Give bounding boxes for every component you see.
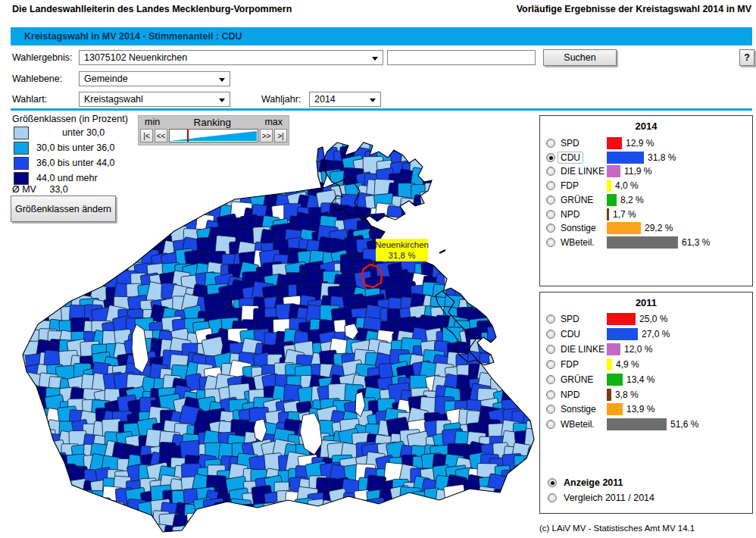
- municipality-cell[interactable]: [480, 139, 499, 154]
- municipality-cell[interactable]: [17, 227, 34, 244]
- municipality-cell[interactable]: [17, 320, 33, 336]
- municipality-cell[interactable]: [526, 294, 538, 314]
- municipality-cell[interactable]: [466, 253, 484, 271]
- municipality-cell[interactable]: [528, 480, 538, 496]
- municipality-cell[interactable]: [455, 240, 474, 259]
- municipality-cell[interactable]: [95, 139, 113, 142]
- municipality-cell[interactable]: [104, 208, 120, 224]
- municipality-cell[interactable]: [61, 195, 79, 213]
- municipality-cell[interactable]: [34, 524, 54, 533]
- municipality-cell[interactable]: [15, 239, 21, 257]
- municipality-cell[interactable]: [15, 308, 19, 324]
- party-label[interactable]: FDP: [561, 359, 579, 370]
- municipality-cell[interactable]: [208, 139, 228, 155]
- party-label[interactable]: CDU: [561, 329, 580, 339]
- municipality-cell[interactable]: [33, 270, 57, 294]
- municipality-cell[interactable]: [513, 344, 530, 361]
- municipality-cell[interactable]: [501, 159, 518, 177]
- municipality-cell[interactable]: [181, 169, 200, 188]
- municipality-cell[interactable]: [502, 183, 517, 197]
- municipality-cell[interactable]: [105, 522, 123, 533]
- municipality-cell[interactable]: [502, 374, 520, 393]
- municipality-cell[interactable]: [432, 501, 448, 518]
- municipality-cell[interactable]: [106, 499, 124, 518]
- municipality-cell[interactable]: [537, 499, 538, 516]
- municipality-cell[interactable]: [15, 158, 33, 181]
- municipality-cell[interactable]: [411, 213, 433, 235]
- municipality-cell[interactable]: [511, 184, 528, 201]
- municipality-cell[interactable]: [44, 499, 65, 521]
- municipality-cell[interactable]: [15, 196, 30, 215]
- municipality-cell[interactable]: [136, 174, 154, 191]
- municipality-cell[interactable]: [283, 531, 306, 533]
- municipality-cell[interactable]: [73, 218, 91, 236]
- municipality-cell[interactable]: [514, 217, 533, 236]
- municipality-cell[interactable]: [46, 490, 64, 508]
- municipality-cell[interactable]: [467, 159, 487, 179]
- municipality-cell[interactable]: [523, 195, 538, 215]
- municipality-cell[interactable]: [159, 172, 179, 192]
- municipality-cell[interactable]: [511, 205, 531, 226]
- municipality-cell[interactable]: [47, 276, 64, 292]
- municipality-cell[interactable]: [231, 513, 251, 533]
- municipality-cell[interactable]: [352, 501, 370, 518]
- municipality-cell[interactable]: [537, 306, 538, 325]
- wahlart-select[interactable]: Kreistagswahl: [79, 92, 230, 107]
- municipality-cell[interactable]: [373, 521, 394, 533]
- wahlergebnis-select[interactable]: 13075102 Neuenkirchen: [79, 50, 383, 65]
- municipality-cell[interactable]: [48, 247, 71, 271]
- municipality-cell[interactable]: [215, 146, 234, 165]
- municipality-cell[interactable]: [478, 248, 499, 269]
- municipality-cell[interactable]: [513, 487, 532, 506]
- municipality-cell[interactable]: [494, 161, 512, 180]
- municipality-cell[interactable]: [57, 238, 77, 258]
- municipality-cell[interactable]: [37, 283, 56, 302]
- municipality-cell[interactable]: [504, 524, 525, 533]
- municipality-cell[interactable]: [71, 231, 87, 247]
- municipality-cell[interactable]: [15, 262, 25, 283]
- municipality-cell[interactable]: [357, 511, 373, 527]
- municipality-cell[interactable]: [458, 265, 474, 282]
- municipality-cell[interactable]: [82, 226, 103, 247]
- municipality-cell[interactable]: [444, 171, 461, 189]
- municipality-cell[interactable]: [115, 213, 136, 233]
- municipality-cell[interactable]: [311, 511, 333, 533]
- municipality-cell[interactable]: [242, 149, 259, 166]
- municipality-cell[interactable]: [173, 203, 193, 224]
- municipality-cell[interactable]: [432, 524, 453, 533]
- municipality-cell[interactable]: [126, 525, 145, 533]
- municipality-cell[interactable]: [15, 383, 36, 405]
- municipality-cell[interactable]: [58, 531, 80, 533]
- municipality-cell[interactable]: [203, 498, 225, 520]
- municipality-cell[interactable]: [436, 145, 457, 167]
- municipality-cell[interactable]: [537, 458, 538, 474]
- municipality-cell[interactable]: [293, 510, 316, 533]
- municipality-cell[interactable]: [73, 139, 89, 143]
- municipality-cell[interactable]: [118, 151, 136, 168]
- municipality-cell[interactable]: [536, 447, 538, 463]
- municipality-cell[interactable]: [236, 509, 259, 532]
- municipality-cell[interactable]: [92, 230, 109, 247]
- municipality-cell[interactable]: [276, 524, 294, 533]
- party-label[interactable]: DIE LINKE: [561, 166, 604, 177]
- municipality-cell[interactable]: [533, 217, 538, 235]
- municipality-cell[interactable]: [483, 522, 500, 533]
- party-radio-die-linke[interactable]: [546, 345, 555, 354]
- municipality-cell[interactable]: [214, 500, 236, 522]
- municipality-cell[interactable]: [505, 205, 523, 224]
- municipality-cell[interactable]: [15, 530, 33, 533]
- municipality-cell[interactable]: [194, 159, 213, 178]
- municipality-cell[interactable]: [127, 182, 150, 205]
- municipality-cell[interactable]: [15, 421, 31, 436]
- municipality-cell[interactable]: [33, 258, 52, 278]
- municipality-cell[interactable]: [172, 182, 196, 206]
- municipality-cell[interactable]: [233, 149, 249, 164]
- municipality-cell[interactable]: [15, 491, 30, 512]
- municipality-cell[interactable]: [82, 150, 98, 167]
- municipality-cell[interactable]: [139, 139, 154, 152]
- municipality-cell[interactable]: [527, 242, 538, 258]
- municipality-cell[interactable]: [456, 139, 476, 158]
- municipality-cell[interactable]: [192, 183, 215, 205]
- municipality-cell[interactable]: [510, 145, 532, 167]
- municipality-cell[interactable]: [345, 512, 365, 533]
